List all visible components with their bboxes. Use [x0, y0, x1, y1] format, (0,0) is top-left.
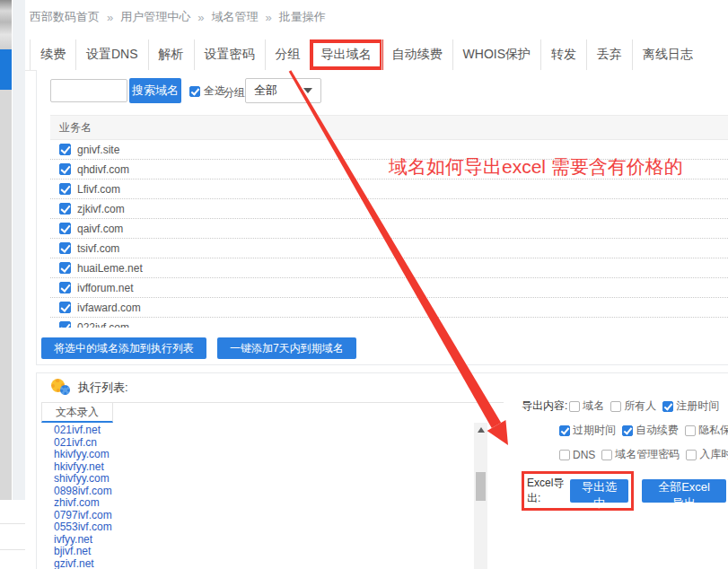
tab-label: 解析 — [159, 47, 184, 63]
excel-export-label: Excel导出: — [527, 476, 566, 506]
breadcrumb-separator: » — [107, 11, 113, 24]
table-row[interactable]: qhdivf.com — [50, 160, 728, 179]
export-option[interactable]: 入库时间 — [686, 447, 728, 462]
domain-list-section: 搜索域名 全选 分组: 全部 业务名 gnivf.site — [36, 70, 728, 365]
option-label: 域名 — [583, 398, 604, 414]
tab-item[interactable]: WHOIS保护 — [452, 39, 540, 70]
text-list-scrollbar[interactable] — [474, 423, 487, 569]
tab-item[interactable]: 转发 — [540, 39, 586, 70]
export-all-button[interactable]: 全部Excel导出 — [642, 479, 726, 503]
row-checkbox[interactable] — [59, 144, 71, 155]
domain-name: gnivf.site — [77, 144, 119, 156]
option-checkbox[interactable] — [686, 450, 697, 460]
breadcrumb-item[interactable]: 批量操作 » — [279, 9, 326, 25]
left-bottom-rows — [0, 500, 25, 569]
tab-label: 设置DNS — [86, 47, 138, 63]
group-select[interactable]: 全部 — [245, 78, 321, 103]
search-domain-button[interactable]: 搜索域名 — [129, 78, 181, 103]
export-selected-button[interactable]: 导出选中 — [570, 479, 628, 503]
export-option[interactable]: DNS — [559, 449, 595, 461]
add-expiring-button[interactable]: 一键添加7天内到期域名 — [217, 337, 356, 359]
export-option[interactable]: 域名 — [569, 398, 604, 414]
select-all-control[interactable]: 全选 — [189, 83, 225, 99]
domain-name: qhdivf.com — [77, 163, 129, 176]
option-checkbox[interactable] — [601, 450, 612, 460]
left-edge-strip — [0, 0, 12, 569]
export-option[interactable]: 域名管理密码 — [601, 447, 680, 462]
option-checkbox[interactable] — [622, 425, 633, 436]
row-checkbox[interactable] — [59, 163, 71, 175]
row-checkbox[interactable] — [59, 203, 71, 214]
export-option[interactable]: 隐私保护 — [685, 423, 728, 438]
tab-item[interactable]: 设置DNS — [75, 39, 148, 70]
table-row[interactable]: 022ivf.com — [50, 318, 728, 328]
table-row[interactable]: ivfforum.net — [50, 278, 728, 298]
option-checkbox[interactable] — [559, 425, 570, 436]
domain-text-list[interactable]: 021ivf.net 021ivf.cn hkivfyy.com hkivfyy… — [41, 423, 474, 569]
option-checkbox[interactable] — [662, 401, 673, 412]
table-row[interactable]: huaiLeme.net — [50, 258, 728, 278]
row-checkbox[interactable] — [59, 223, 71, 234]
tab-item[interactable]: 丢弃 — [586, 39, 632, 70]
scrollbar-thumb[interactable] — [476, 472, 486, 501]
left-edge-gray-block — [0, 90, 12, 500]
option-checkbox[interactable] — [610, 401, 621, 412]
tab-label: 续费 — [40, 47, 66, 63]
select-all-checkbox[interactable] — [189, 86, 200, 97]
domain-name: ivfforum.net — [77, 282, 133, 294]
row-checkbox[interactable] — [59, 321, 71, 328]
tab-item[interactable]: 导出域名 — [311, 39, 382, 70]
left-gutter — [13, 0, 25, 569]
option-checkbox[interactable] — [569, 401, 580, 412]
select-all-label: 全选 — [204, 83, 225, 99]
tab-text-entry[interactable]: 文本录入 — [41, 402, 113, 423]
tab-item[interactable]: 分组 — [265, 39, 311, 70]
table-row[interactable]: gnivf.site — [50, 140, 728, 160]
row-checkbox[interactable] — [59, 183, 71, 195]
domain-name: qaivf.com — [77, 223, 123, 235]
table-row[interactable]: ivfaward.com — [50, 298, 728, 318]
domain-name: tsivf.com — [77, 242, 119, 255]
export-options-panel: 导出内容: 域名 所有人 — [522, 398, 726, 511]
option-label: 注册时间 — [676, 398, 719, 414]
table-row[interactable]: qaivf.com — [50, 219, 728, 239]
breadcrumb-separator: » — [265, 11, 271, 24]
search-input[interactable] — [50, 79, 127, 102]
table-row[interactable]: Lfivf.com — [50, 179, 728, 199]
breadcrumb-item[interactable]: 用户管理中心 » — [120, 9, 211, 25]
page: 西部数码首页 » 用户管理中心 » 域名管理 » 批量操作 » 续费 — [0, 0, 728, 569]
add-selected-button[interactable]: 将选中的域名添加到执行列表 — [41, 337, 206, 359]
tab-label: 丢弃 — [597, 47, 622, 63]
breadcrumb-item[interactable]: 西部数码首页 » — [30, 9, 120, 25]
group-select-value: 全部 — [254, 83, 277, 99]
row-checkbox[interactable] — [59, 242, 71, 254]
action-buttons: 将选中的域名添加到执行列表 一键添加7天内到期域名 — [41, 337, 356, 359]
option-label: 过期时间 — [573, 423, 616, 438]
option-label: 自动续费 — [636, 423, 679, 438]
export-option[interactable]: 过期时间 — [559, 423, 616, 438]
scroll-up-button[interactable] — [474, 423, 487, 437]
row-checkbox[interactable] — [59, 302, 71, 313]
chevron-down-icon — [303, 88, 312, 93]
tab-item[interactable]: 解析 — [148, 39, 194, 70]
tab-item[interactable]: 自动续费 — [382, 39, 452, 70]
breadcrumb-item[interactable]: 域名管理 » — [211, 9, 278, 25]
table-row[interactable]: zjkivf.com — [50, 199, 728, 219]
option-label: 域名管理密码 — [615, 447, 680, 462]
excel-export-row: Excel导出: 导出选中 全部Excel导出 — [522, 471, 726, 511]
tab-item[interactable]: 离线日志 — [632, 39, 703, 70]
tab-item[interactable]: 续费 — [30, 39, 75, 70]
table-row[interactable]: tsivf.com — [50, 239, 728, 258]
option-checkbox[interactable] — [559, 450, 570, 460]
option-checkbox[interactable] — [685, 425, 696, 436]
export-option[interactable]: 所有人 — [610, 398, 656, 414]
option-label: DNS — [573, 449, 595, 461]
row-checkbox[interactable] — [59, 282, 71, 293]
tab-bar: 续费 设置DNS 解析 设置密码 分组 导出域名 自动续费 — [30, 39, 703, 70]
domain-name: Lfivf.com — [77, 183, 120, 196]
option-label: 所有人 — [624, 398, 656, 414]
row-checkbox[interactable] — [59, 262, 71, 274]
export-option[interactable]: 注册时间 — [662, 398, 719, 414]
export-option[interactable]: 自动续费 — [622, 423, 679, 438]
tab-item[interactable]: 设置密码 — [194, 39, 265, 70]
